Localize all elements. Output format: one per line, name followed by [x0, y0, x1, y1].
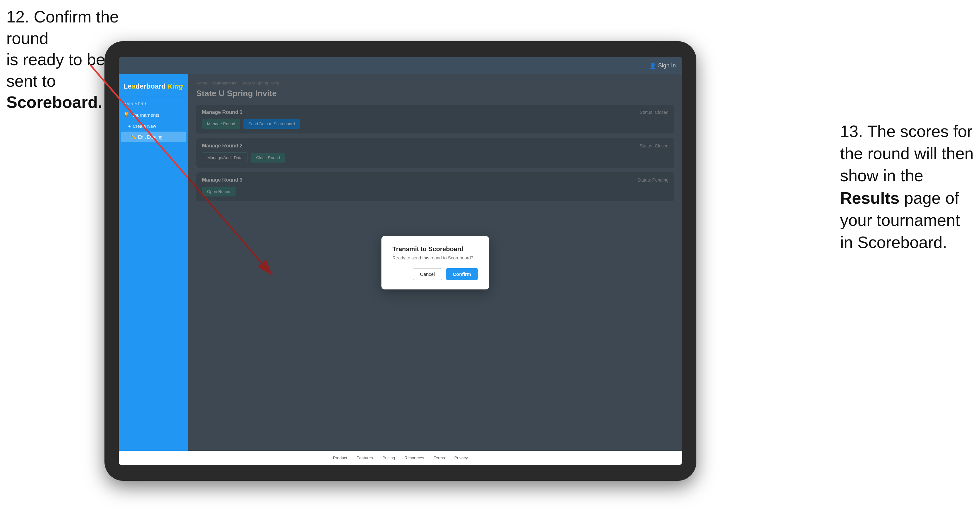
modal-buttons: Cancel Confirm	[393, 268, 478, 280]
tablet-frame: 👤 Sign In Leaderboard King MAIN MENU 🏆 T…	[105, 41, 696, 481]
user-icon: 👤	[649, 62, 656, 69]
plus-icon: +	[128, 124, 131, 129]
tablet-screen: 👤 Sign In Leaderboard King MAIN MENU 🏆 T…	[119, 57, 682, 465]
logo-text: Leaderboard King	[123, 82, 184, 90]
sign-in-button[interactable]: 👤 Sign In	[649, 62, 676, 69]
modal-cancel-button[interactable]: Cancel	[413, 268, 442, 280]
main-menu-label: MAIN MENU	[119, 100, 188, 109]
footer-product[interactable]: Product	[333, 456, 347, 460]
footer-resources[interactable]: Resources	[404, 456, 424, 460]
logo-leaderboard: Leaderboard	[123, 82, 165, 90]
page-content: Home › Tournaments › State U Spring Invi…	[188, 75, 682, 451]
results-bold: Results	[840, 189, 900, 207]
edit-icon: ✏️	[131, 135, 136, 140]
main-content: Leaderboard King MAIN MENU 🏆 Tournaments…	[119, 75, 682, 451]
sidebar-item-create-new[interactable]: + Create New	[119, 121, 188, 132]
logo-area: Leaderboard King	[119, 79, 188, 97]
modal-subtitle: Ready to send this round to Scoreboard?	[393, 255, 478, 260]
logo-king: King	[165, 82, 183, 90]
sidebar: Leaderboard King MAIN MENU 🏆 Tournaments…	[119, 75, 188, 451]
footer-features[interactable]: Features	[357, 456, 373, 460]
sidebar-item-tournaments[interactable]: 🏆 Tournaments	[119, 109, 188, 121]
modal-title: Transmit to Scoreboard	[393, 246, 478, 253]
footer-terms[interactable]: Terms	[434, 456, 445, 460]
step-number: 12.	[6, 8, 29, 26]
footer-bar: Product Features Pricing Resources Terms…	[119, 451, 682, 465]
annotation-bold: Scoreboard.	[6, 93, 102, 111]
annotation-right-text: 13. The scores for the round will then s…	[840, 122, 974, 251]
annotation-right: 13. The scores for the round will then s…	[840, 120, 974, 253]
top-bar: 👤 Sign In	[119, 57, 682, 75]
trophy-icon: 🏆	[123, 112, 129, 117]
sign-in-label: Sign In	[658, 62, 676, 69]
sidebar-item-edit-existing[interactable]: ✏️ Edit Existing	[121, 132, 186, 142]
modal-confirm-button[interactable]: Confirm	[446, 268, 478, 280]
annotation-line2: is ready to be sent to	[6, 50, 105, 90]
modal-box: Transmit to Scoreboard Ready to send thi…	[382, 236, 489, 289]
footer-pricing[interactable]: Pricing	[382, 456, 395, 460]
edit-existing-label: Edit Existing	[138, 135, 162, 140]
tournaments-label: Tournaments	[132, 112, 159, 117]
modal-overlay: Transmit to Scoreboard Ready to send thi…	[188, 75, 682, 451]
create-new-label: Create New	[133, 124, 156, 129]
footer-privacy[interactable]: Privacy	[454, 456, 468, 460]
